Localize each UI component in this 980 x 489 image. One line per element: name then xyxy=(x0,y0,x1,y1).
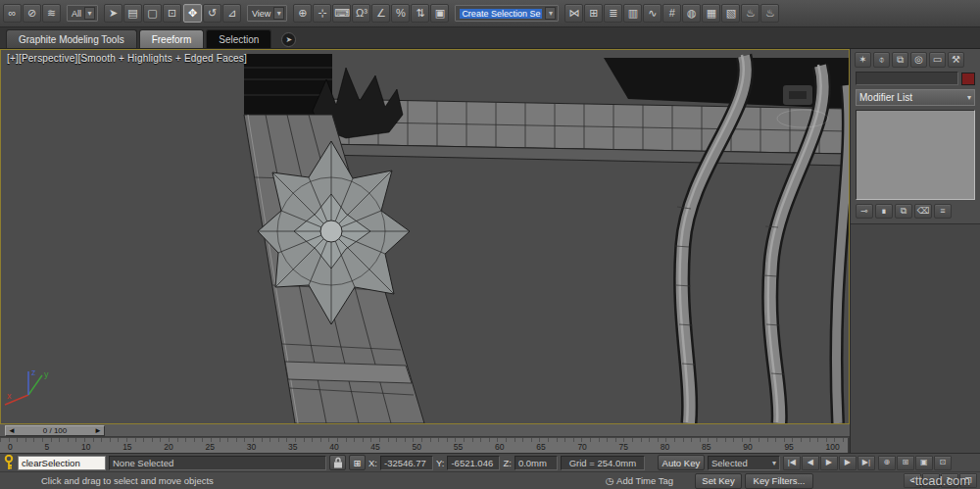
ribbon-toggle-icon[interactable]: ▥ xyxy=(623,4,642,23)
zoom-all-icon[interactable]: ⊞ xyxy=(897,456,914,470)
timeline-ruler[interactable]: 0510152025303540455055606570758085909510… xyxy=(0,437,850,453)
z-coord-field[interactable]: 0.0mm xyxy=(514,456,558,470)
time-slider[interactable]: ◄ 0 / 100 ► xyxy=(5,425,105,436)
zoom-icon[interactable]: ⊕ xyxy=(878,456,896,470)
zoom-extents-icon[interactable]: ▣ xyxy=(915,456,933,470)
set-key-button[interactable]: Set Key xyxy=(695,473,742,489)
spinner-snap-icon[interactable]: ⇅ xyxy=(411,4,429,23)
make-unique-icon[interactable]: ⧉ xyxy=(895,204,912,219)
timeline-tick[interactable]: 50 xyxy=(413,443,421,452)
viewport-label[interactable]: [+][Perspective][Smooth + Highlights + E… xyxy=(7,53,247,64)
select-and-rotate-icon[interactable]: ↺ xyxy=(203,4,221,23)
layer-manager-icon[interactable]: ≣ xyxy=(604,4,622,23)
tab-graphite-modeling-tools[interactable]: Graphite Modeling Tools xyxy=(6,29,137,48)
time-slider-left-arrow[interactable]: ◄ xyxy=(8,426,16,435)
key-filters-button[interactable]: Key Filters... xyxy=(745,473,813,489)
timeline-tick[interactable]: 70 xyxy=(577,443,586,452)
show-end-result-icon[interactable]: ∎ xyxy=(875,204,893,219)
window-crossing-toggle-icon[interactable]: ⊡ xyxy=(163,4,181,23)
selection-lock-icon[interactable] xyxy=(329,455,346,470)
y-coord-field[interactable]: -6521.046 xyxy=(447,456,500,470)
maximize-viewport-icon[interactable]: ❒ xyxy=(959,473,977,488)
mirror-icon[interactable]: ⋈ xyxy=(564,4,583,23)
timeline-tick[interactable]: 40 xyxy=(329,443,338,452)
remove-modifier-icon[interactable]: ⌫ xyxy=(914,204,932,219)
timeline-tick[interactable]: 80 xyxy=(661,443,669,452)
utilities-tab-icon[interactable]: ⚒ xyxy=(948,52,964,68)
timeline-tick[interactable]: 100 xyxy=(826,443,840,452)
hierarchy-tab-icon[interactable]: ⧉ xyxy=(892,52,908,68)
timeline-tick[interactable]: 35 xyxy=(288,443,297,452)
timeline-tick[interactable]: 85 xyxy=(702,443,710,452)
selection-filter-dropdown[interactable]: All ▾ xyxy=(67,5,98,22)
maxscript-mini-listener[interactable]: clearSelection xyxy=(18,456,106,470)
timeline-tick[interactable]: 10 xyxy=(81,443,90,452)
align-icon[interactable]: ⊞ xyxy=(584,4,603,23)
timeline-tick[interactable]: 30 xyxy=(247,443,256,452)
go-to-end-button[interactable]: ▶| xyxy=(858,456,875,470)
next-frame-button[interactable]: ▶ xyxy=(839,456,857,470)
modify-tab-icon[interactable]: ⌽ xyxy=(873,52,890,68)
pan-icon[interactable]: ⇔ xyxy=(922,473,940,488)
use-pivot-point-icon[interactable]: ⊕ xyxy=(293,4,312,23)
timeline-tick[interactable]: 55 xyxy=(454,443,463,452)
timeline-tick[interactable]: 75 xyxy=(619,443,628,452)
motion-tab-icon[interactable]: ◎ xyxy=(910,52,927,68)
select-and-manipulate-icon[interactable]: ⊹ xyxy=(313,4,331,23)
auto-key-button[interactable]: Auto Key xyxy=(658,455,705,470)
select-object-icon[interactable]: ➤ xyxy=(104,4,122,23)
timeline-tick[interactable]: 20 xyxy=(164,443,172,452)
timeline-tick[interactable]: 65 xyxy=(536,443,545,452)
key-set-selector-dropdown[interactable]: Selected ▾ xyxy=(708,456,780,470)
snaps-toggle-icon[interactable]: Ω³ xyxy=(352,4,370,23)
object-name-field[interactable] xyxy=(856,72,958,85)
timeline-tick[interactable]: 90 xyxy=(743,443,752,452)
ribbon-expand-button[interactable]: ➤ xyxy=(281,32,296,47)
absolute-mode-icon[interactable]: ⊞ xyxy=(349,455,366,470)
percent-snap-icon[interactable]: % xyxy=(391,4,410,23)
angle-snap-icon[interactable]: ∠ xyxy=(371,4,390,23)
previous-frame-button[interactable]: ◀ xyxy=(802,456,819,470)
material-editor-icon[interactable]: ◍ xyxy=(682,4,701,23)
play-button[interactable]: ▶ xyxy=(820,456,838,470)
modifier-list-dropdown[interactable]: Modifier List ▾ xyxy=(856,89,975,106)
zoom-region-icon[interactable]: ⊡ xyxy=(934,456,952,470)
timeline-tick[interactable]: 25 xyxy=(206,443,215,452)
reference-coordsys-dropdown[interactable]: View ▾ xyxy=(247,5,287,22)
tab-freeform[interactable]: Freeform xyxy=(139,29,205,48)
tab-selection[interactable]: Selection xyxy=(206,29,271,48)
time-slider-right-arrow[interactable]: ► xyxy=(94,426,102,435)
perspective-viewport[interactable]: [+][Perspective][Smooth + Highlights + E… xyxy=(0,49,850,424)
timeline-tick[interactable]: 60 xyxy=(495,443,504,452)
schematic-view-icon[interactable]: # xyxy=(662,4,681,23)
modifier-stack[interactable] xyxy=(856,110,975,200)
quick-render-icon[interactable]: ♨ xyxy=(760,4,779,23)
timeline-tick[interactable]: 15 xyxy=(122,443,131,452)
arc-rotate-icon[interactable]: ↻ xyxy=(941,473,958,488)
bind-to-space-warp-icon[interactable]: ≋ xyxy=(42,4,61,23)
keyboard-override-icon[interactable]: ⌨ xyxy=(332,4,351,23)
timeline-tick[interactable]: 95 xyxy=(784,443,793,452)
track-bar[interactable]: ◄ 0 / 100 ► xyxy=(0,424,850,437)
select-and-scale-icon[interactable]: ⊿ xyxy=(222,4,241,23)
select-by-name-icon[interactable]: ▤ xyxy=(123,4,142,23)
timeline-tick[interactable]: 0 xyxy=(8,443,13,452)
curve-editor-icon[interactable]: ∿ xyxy=(643,4,662,23)
field-of-view-icon[interactable]: ∢ xyxy=(904,473,921,488)
rectangular-selection-region-icon[interactable]: ▢ xyxy=(143,4,162,23)
select-and-move-icon[interactable]: ✥ xyxy=(183,4,202,23)
edit-named-sets-icon[interactable]: ▣ xyxy=(430,4,449,23)
timeline-tick[interactable]: 45 xyxy=(370,443,379,452)
timeline-tick[interactable]: 5 xyxy=(44,443,49,452)
render-production-icon[interactable]: ♨ xyxy=(741,4,760,23)
named-selection-sets-dropdown[interactable]: Create Selection Se ▾ xyxy=(455,5,559,22)
select-and-link-icon[interactable]: ∞ xyxy=(3,4,22,23)
rollout-area[interactable] xyxy=(851,223,980,453)
pin-stack-icon[interactable]: ⊸ xyxy=(856,204,873,219)
add-time-tag-button[interactable]: Add Time Tag xyxy=(616,475,673,486)
render-setup-icon[interactable]: ▦ xyxy=(702,4,720,23)
create-tab-icon[interactable]: ✶ xyxy=(855,52,871,68)
display-tab-icon[interactable]: ▭ xyxy=(929,52,946,68)
go-to-start-button[interactable]: |◀ xyxy=(783,456,801,470)
x-coord-field[interactable]: -32546.77 xyxy=(380,456,433,470)
